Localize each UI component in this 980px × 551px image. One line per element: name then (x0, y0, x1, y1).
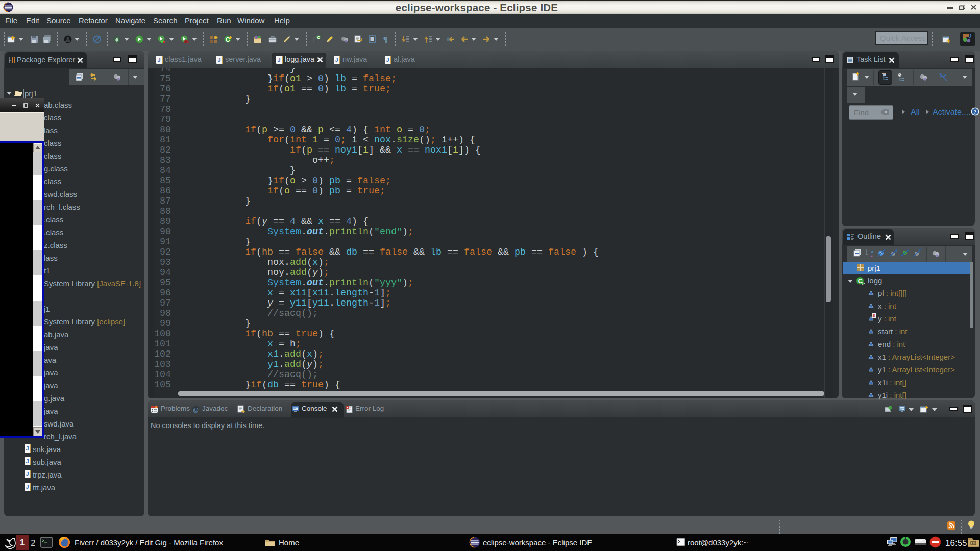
svg-text:?: ? (974, 109, 977, 115)
svg-text:¶: ¶ (383, 35, 388, 43)
svg-text:C: C (317, 35, 320, 40)
svg-text:@: @ (193, 407, 199, 413)
svg-text:J: J (968, 34, 971, 39)
svg-text:C: C (858, 278, 863, 285)
svg-text:z: z (871, 253, 873, 257)
